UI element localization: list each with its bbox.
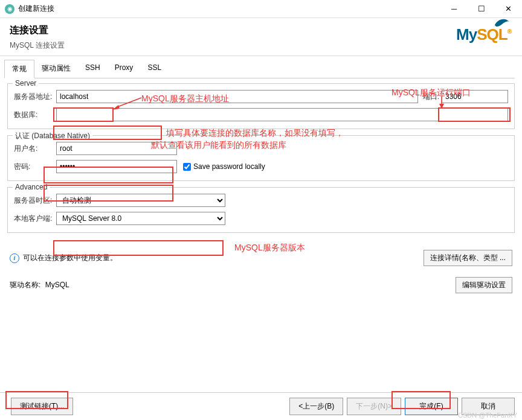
bottom-bar: 测试链接(T)... <上一步(B) 下一步(N)> 完成(F) 取消 <box>0 392 522 420</box>
driver-section: 驱动名称: MySQL 编辑驱动设置 <box>0 272 522 298</box>
tab-driver-props[interactable]: 驱动属性 <box>34 60 78 78</box>
info-text: 可以在连接参数中使用变量。 <box>23 253 117 263</box>
tz-select[interactable]: 自动检测 <box>56 194 225 207</box>
save-password-checkbox[interactable] <box>183 163 191 171</box>
port-input[interactable] <box>442 90 508 103</box>
pass-input[interactable] <box>56 160 177 173</box>
dolphin-icon <box>493 17 511 29</box>
server-fieldset: Server 服务器地址: 端口: 数据库: <box>7 83 515 129</box>
tabs-container: 常规 驱动属性 SSH Proxy SSL <box>0 60 522 78</box>
advanced-legend: Advanced <box>13 183 50 191</box>
connection-details-button[interactable]: 连接详情(名称、类型 ... <box>424 250 512 266</box>
watermark: CSDN @TheFanXY <box>458 412 517 419</box>
page-subtitle: MySQL 连接设置 <box>10 40 512 51</box>
next-button[interactable]: 下一步(N)> <box>347 398 401 415</box>
db-label: 数据库: <box>14 110 56 120</box>
tab-proxy[interactable]: Proxy <box>108 60 141 78</box>
minimize-button[interactable]: ─ <box>440 0 468 18</box>
save-password-label: Save password locally <box>193 162 265 171</box>
port-label: 端口: <box>423 92 439 102</box>
server-legend: Server <box>13 79 39 88</box>
user-input[interactable] <box>56 142 177 155</box>
tab-general[interactable]: 常规 <box>4 60 34 78</box>
info-icon: i <box>10 253 19 263</box>
finish-button[interactable]: 完成(F) <box>405 398 458 415</box>
tz-label: 服务器时区: <box>14 196 56 206</box>
driver-label: 驱动名称: <box>10 281 40 289</box>
page-title: 连接设置 <box>10 24 512 37</box>
pass-label: 密码: <box>14 162 56 172</box>
titlebar: ◉ 创建新连接 ─ ☐ ✕ <box>0 0 522 18</box>
mysql-logo: MySQL® <box>456 25 511 44</box>
db-input[interactable] <box>56 108 508 121</box>
auth-fieldset: 认证 (Database Native) 用户名: 密码: Save passw… <box>7 135 515 181</box>
window-title: 创建新连接 <box>18 4 440 14</box>
driver-value: MySQL <box>45 281 69 289</box>
maximize-button[interactable]: ☐ <box>468 0 495 18</box>
close-button[interactable]: ✕ <box>495 0 522 18</box>
advanced-fieldset: Advanced 服务器时区: 自动检测 本地客户端: MySQL Server… <box>7 187 515 233</box>
back-button[interactable]: <上一步(B) <box>289 398 343 415</box>
host-input[interactable] <box>56 90 418 103</box>
auth-legend: 认证 (Database Native) <box>13 131 92 141</box>
app-icon: ◉ <box>5 4 14 14</box>
client-label: 本地客户端: <box>14 214 56 224</box>
host-label: 服务器地址: <box>14 92 56 102</box>
tab-ssl[interactable]: SSL <box>140 60 169 78</box>
test-connection-button[interactable]: 测试链接(T)... <box>11 398 73 415</box>
user-label: 用户名: <box>14 144 56 154</box>
header: 连接设置 MySQL 连接设置 MySQL® <box>0 18 522 56</box>
client-select[interactable]: MySQL Server 8.0 <box>56 212 225 225</box>
content-area: Server 服务器地址: 端口: 数据库: 认证 (Database Nati… <box>0 78 522 244</box>
info-section: i 可以在连接参数中使用变量。 连接详情(名称、类型 ... <box>0 244 522 272</box>
edit-driver-button[interactable]: 编辑驱动设置 <box>456 277 512 293</box>
tab-ssh[interactable]: SSH <box>78 60 108 78</box>
